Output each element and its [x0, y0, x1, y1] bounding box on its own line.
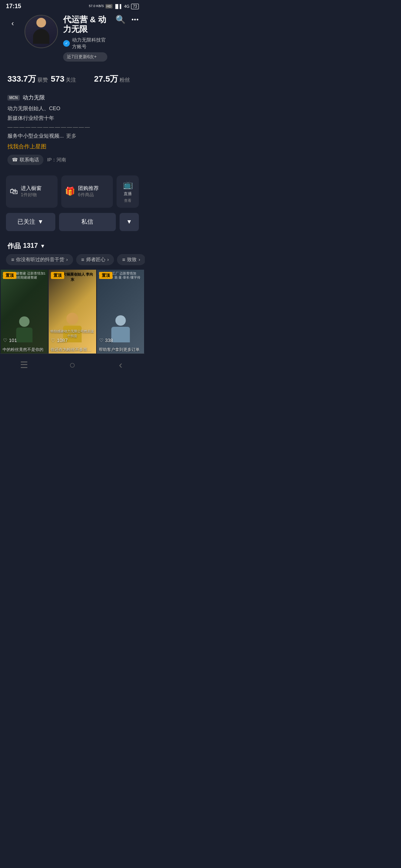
profile-section: MCN 动力无限 动力无限创始人、CEO 新媒体行业经营十年 —————————… [0, 89, 145, 170]
likes-count: 333.7万 [7, 73, 36, 85]
home-icon: ○ [69, 359, 76, 371]
more-dropdown-button[interactable]: ▼ [120, 213, 139, 231]
pinned-badge-0: 置顶 [3, 272, 16, 279]
more-link[interactable]: 更多 [66, 133, 76, 139]
group-buy-subtitle: 6件商品 [78, 192, 109, 198]
playlist-icon-0: ≡ [11, 257, 14, 263]
follow-row: 已关注 ▼ 私信 ▼ [6, 213, 139, 231]
bio-line2: 新媒体行业经营十年 [7, 114, 137, 122]
status-bar: 17:15 57.0 KB/S HD ▐▌▌ 4G 73 [0, 0, 145, 11]
playlist-label-0: 你没有听过的抖音干货 [16, 256, 64, 263]
network-type: 4G [124, 4, 130, 9]
playlist-arrow-2: › [138, 257, 140, 262]
mcn-name: 动力无限 [23, 94, 45, 101]
bio-short: 服务中小型企业短视频... 更多 [7, 133, 137, 139]
video-caption-2: 帮助客户拿到更多订单 [97, 347, 144, 352]
live-icon: 📺 [123, 180, 133, 190]
hd-icon: HD [105, 4, 113, 9]
back-nav-icon: ‹ [119, 359, 122, 371]
live-label: 直播 [124, 191, 132, 197]
likes-count-0: 101 [9, 338, 17, 343]
stat-likes[interactable]: 333.7万 获赞 [7, 73, 51, 85]
back-button[interactable]: ‹ [6, 16, 19, 30]
bio-line1: 动力无限创始人、CEO [7, 104, 137, 112]
storefront-title: 进入橱窗 [21, 185, 54, 192]
playlist-arrow-0: › [66, 257, 68, 262]
group-buy-title: 团购推荐 [78, 185, 109, 192]
phone-label: 联系电话 [20, 157, 39, 163]
mcn-badge: MCN [7, 95, 20, 101]
nav-back-button[interactable]: ‹ [110, 358, 132, 372]
status-time: 17:15 [6, 3, 21, 10]
menu-icon: ☰ [20, 360, 28, 370]
playlist-item-0[interactable]: ≡ 你没有听过的抖音干货 › [6, 254, 73, 265]
works-count: 1317 [23, 242, 38, 250]
likes-label: 获赞 [38, 77, 48, 83]
playlist-icon-2: ≡ [122, 257, 125, 263]
bio-divider: —————————————— [7, 124, 137, 130]
video-likes-0: ♡ 101 [3, 338, 17, 343]
storefront-subtitle: 1件好物 [21, 192, 54, 198]
video-item-1[interactable]: 工农兵大锅菜创始人 李向东 置顶 ♡ 1087 你还在为粉丝不多而烦恼 特别感谢… [49, 270, 96, 354]
stat-following[interactable]: 573 关注 [51, 74, 94, 84]
live-card[interactable]: 📺 直播 查看 [117, 175, 139, 208]
likes-count-2: 338 [105, 338, 113, 343]
playlist-item-2[interactable]: ≡ 致致 › [117, 254, 145, 265]
stat-fans[interactable]: 27.5万 粉丝 [94, 73, 137, 85]
video-likes-2: ♡ 338 [99, 338, 113, 343]
avatar [25, 15, 58, 48]
message-button[interactable]: 私信 [59, 213, 116, 231]
contact-phone-btn[interactable]: ☎ 联系电话 [7, 155, 43, 165]
works-title: 作品 [7, 241, 21, 250]
verified-name: 动力无限科技官方账号 [72, 37, 107, 50]
group-buy-icon: 🎁 [65, 187, 75, 196]
battery-icon: 73 [131, 4, 139, 9]
bio-short-text: 服务中小型企业短视频... [7, 133, 64, 139]
follow-label: 已关注 [17, 218, 35, 226]
video-caption-0: 中的粉丝竟然不是你的 [1, 347, 48, 352]
following-label: 关注 [66, 77, 76, 83]
phone-icon: ☎ [12, 157, 18, 162]
network-speed: 57.0 KB/S [89, 4, 104, 8]
works-arrow-icon[interactable]: ▼ [40, 243, 45, 249]
playlist-label-2: 致致 [127, 256, 137, 263]
verified-icon: ✓ [63, 40, 70, 47]
storefront-icon: 🛍 [10, 187, 18, 196]
works-header: 作品 1317 ▼ [0, 236, 145, 254]
fans-count: 27.5万 [94, 73, 118, 85]
action-cards: 🛍 进入橱窗 1件好物 🎁 团购推荐 6件商品 📺 直播 查看 [6, 175, 139, 208]
signal-icon: ▐▌▌ [114, 4, 123, 9]
playlist-row: ≡ 你没有听过的抖音干货 › ≡ 师者匠心 › ≡ 致致 › [0, 254, 145, 270]
channel-name: 代运营 & 动力无限 [63, 15, 107, 34]
search-icon[interactable]: 🔍 [115, 15, 125, 24]
playlist-arrow-1: › [107, 257, 109, 262]
video-caption-1: 你还在为粉丝不多而烦恼 [49, 347, 96, 352]
playlist-label-1: 师者匠心 [86, 256, 105, 263]
more-dropdown-icon: ▼ [126, 218, 132, 225]
stats-section: 333.7万 获赞 573 关注 27.5万 粉丝 [0, 68, 145, 89]
bottom-nav: ☰ ○ ‹ [0, 354, 145, 379]
follow-button[interactable]: 已关注 ▼ [6, 213, 55, 231]
more-icon[interactable]: ••• [131, 16, 139, 23]
nav-menu-button[interactable]: ☰ [13, 358, 35, 372]
storefront-card[interactable]: 🛍 进入橱窗 1件好物 [6, 175, 58, 208]
video-item-2[interactable]: 纸质包装工厂 迈新青情加100w订单 装·童·章长·懂字传 置顶 ♡ 338 帮… [97, 270, 144, 354]
video-overlay-bottom-1: 特别感谢动力无限公司然后这个抖音 [49, 329, 96, 339]
ip-location: IP：河南 [47, 157, 66, 163]
video-item-0[interactable]: 农村返乡建整建 迈新青情加1亿订单 销前期建建整建 置顶 ♡ 101 中的粉丝竟… [1, 270, 48, 354]
heart-icon-2: ♡ [99, 338, 104, 343]
update-badge: 近7日更新6次+ [63, 52, 107, 62]
live-sublabel: 查看 [124, 198, 131, 203]
star-link[interactable]: 找我合作上星图 [7, 143, 137, 150]
group-buy-card[interactable]: 🎁 团购推荐 6件商品 [61, 175, 113, 208]
follow-arrow-icon: ▼ [38, 218, 43, 225]
video-grid: 农村返乡建整建 迈新青情加1亿订单 销前期建建整建 置顶 ♡ 101 中的粉丝竟… [0, 270, 145, 354]
following-count: 573 [51, 74, 65, 84]
status-icons: 57.0 KB/S HD ▐▌▌ 4G 73 [89, 4, 139, 9]
nav-home-button[interactable]: ○ [61, 358, 84, 372]
pinned-badge-1: 置顶 [51, 272, 64, 279]
playlist-icon-1: ≡ [81, 257, 84, 263]
heart-icon-0: ♡ [3, 338, 7, 343]
pinned-badge-2: 置顶 [99, 272, 113, 279]
playlist-item-1[interactable]: ≡ 师者匠心 › [76, 254, 114, 265]
